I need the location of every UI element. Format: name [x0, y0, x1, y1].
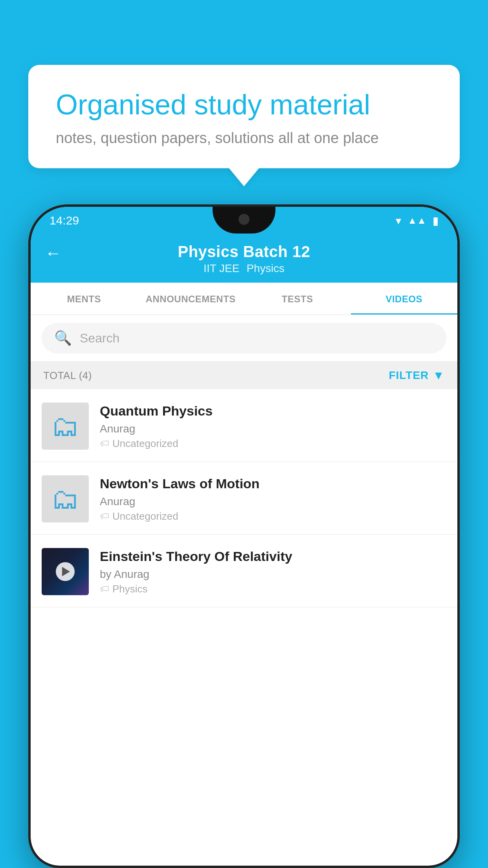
- phone-inner: 14:29 ▾ ▲▲ ▮ ← Physics Batch 12 IIT JEE …: [31, 207, 457, 866]
- video-thumbnail-3: [42, 548, 89, 595]
- video-author-2: Anurag: [100, 495, 446, 508]
- video-info-2: Newton's Laws of Motion Anurag 🏷 Uncateg…: [100, 475, 446, 522]
- video-tag-2: 🏷 Uncategorized: [100, 510, 446, 522]
- list-item[interactable]: 🗂 Quantum Physics Anurag 🏷 Uncategorized: [31, 389, 457, 462]
- wifi-icon: ▾: [396, 214, 401, 227]
- tab-tests[interactable]: TESTS: [244, 283, 351, 314]
- speech-bubble-card: Organised study material notes, question…: [28, 65, 460, 168]
- search-icon: 🔍: [54, 330, 72, 346]
- filter-row: TOTAL (4) FILTER ▼: [31, 362, 457, 389]
- filter-button[interactable]: FILTER ▼: [389, 369, 445, 382]
- total-count: TOTAL (4): [43, 370, 92, 382]
- video-title-3: Einstein's Theory Of Relativity: [100, 548, 446, 565]
- list-item[interactable]: Einstein's Theory Of Relativity by Anura…: [31, 535, 457, 607]
- header-subtitle-iitjee: IIT JEE: [204, 262, 239, 275]
- video-tag-label-1: Uncategorized: [112, 438, 178, 450]
- bubble-tail: [229, 168, 259, 186]
- tab-videos[interactable]: VIDEOS: [351, 283, 458, 314]
- bubble-subtitle: notes, question papers, solutions all at…: [56, 130, 432, 147]
- video-tag-label-2: Uncategorized: [112, 510, 178, 522]
- tab-ments[interactable]: MENTS: [31, 283, 138, 314]
- list-item[interactable]: 🗂 Newton's Laws of Motion Anurag 🏷 Uncat…: [31, 462, 457, 535]
- tab-announcements[interactable]: ANNOUNCEMENTS: [138, 283, 244, 314]
- video-info-3: Einstein's Theory Of Relativity by Anura…: [100, 548, 446, 595]
- video-title-2: Newton's Laws of Motion: [100, 475, 446, 492]
- thumbnail-image: [42, 548, 89, 595]
- tag-icon-2: 🏷: [100, 511, 109, 522]
- video-tag-3: 🏷 Physics: [100, 583, 446, 595]
- filter-funnel-icon: ▼: [433, 369, 445, 382]
- video-tag-label-3: Physics: [112, 583, 148, 595]
- folder-icon: 🗂: [51, 483, 79, 515]
- tab-bar: MENTS ANNOUNCEMENTS TESTS VIDEOS: [31, 283, 457, 315]
- phone-frame: 14:29 ▾ ▲▲ ▮ ← Physics Batch 12 IIT JEE …: [28, 204, 460, 868]
- video-author-1: Anurag: [100, 423, 446, 435]
- back-button[interactable]: ←: [45, 244, 61, 263]
- video-info-1: Quantum Physics Anurag 🏷 Uncategorized: [100, 403, 446, 450]
- search-bar[interactable]: 🔍 Search: [42, 323, 446, 353]
- tag-icon-3: 🏷: [100, 583, 109, 594]
- status-time: 14:29: [50, 214, 79, 227]
- search-bar-wrapper: 🔍 Search: [31, 315, 457, 362]
- status-icons: ▾ ▲▲ ▮: [396, 214, 438, 227]
- header-subtitle-physics: Physics: [246, 262, 284, 275]
- app-header: ← Physics Batch 12 IIT JEE Physics: [31, 234, 457, 283]
- signal-icon: ▲▲: [407, 215, 426, 226]
- video-thumbnail-2: 🗂: [42, 475, 89, 522]
- speech-bubble-section: Organised study material notes, question…: [28, 65, 460, 186]
- video-thumbnail-1: 🗂: [42, 403, 89, 450]
- tag-icon-1: 🏷: [100, 438, 109, 449]
- header-title: Physics Batch 12: [178, 243, 310, 261]
- play-triangle-icon: [62, 567, 70, 576]
- folder-icon: 🗂: [51, 410, 79, 442]
- video-title-1: Quantum Physics: [100, 403, 446, 419]
- video-tag-1: 🏷 Uncategorized: [100, 438, 446, 450]
- search-placeholder: Search: [80, 331, 119, 346]
- play-button[interactable]: [56, 562, 75, 581]
- front-camera: [238, 214, 250, 225]
- video-list: 🗂 Quantum Physics Anurag 🏷 Uncategorized: [31, 389, 457, 866]
- video-author-3: by Anurag: [100, 568, 446, 581]
- phone-content: 14:29 ▾ ▲▲ ▮ ← Physics Batch 12 IIT JEE …: [31, 207, 457, 866]
- header-subtitle: IIT JEE Physics: [204, 262, 284, 275]
- bubble-title: Organised study material: [56, 88, 432, 121]
- battery-icon: ▮: [433, 214, 438, 227]
- filter-label: FILTER: [389, 369, 429, 382]
